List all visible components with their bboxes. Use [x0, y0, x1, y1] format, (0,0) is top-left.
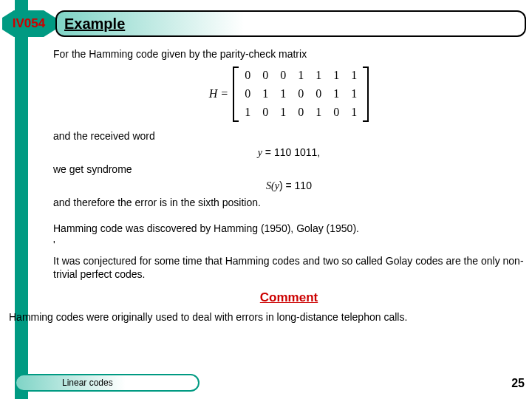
y-equation: y = 110 1011,	[53, 146, 525, 160]
content-area: For the Hamming code given by the parity…	[53, 47, 525, 327]
syndrome-equation: S(y) = 110	[53, 179, 525, 193]
paragraph-quote-mark: '	[53, 238, 525, 251]
slide-badge: IV054	[2, 10, 55, 37]
paragraph-syndrome-intro: we get syndrome	[53, 163, 525, 176]
paragraph-comment-body: Hamming codes were originally used to de…	[9, 310, 525, 324]
footer-label: Linear codes	[62, 378, 113, 388]
table-row: 1010101	[239, 103, 363, 122]
page-number: 25	[511, 377, 525, 390]
comment-heading: Comment	[53, 290, 525, 306]
paragraph-received: and the received word	[53, 129, 525, 143]
matrix-block: H = 0001111 0110011 1010101	[53, 66, 525, 121]
paragraph-error: and therefore the error is in the sixth …	[53, 196, 525, 209]
matrix-label: H =	[209, 86, 228, 102]
left-accent-bar	[15, 0, 28, 399]
page-title: Example	[64, 16, 125, 33]
bracket-right-icon	[363, 66, 369, 121]
paragraph-history: Hamming code was discovered by Hamming (…	[53, 222, 525, 235]
title-box: Example	[55, 10, 526, 37]
bracket-left-icon	[233, 66, 239, 121]
table-row: 0110011	[239, 85, 363, 103]
paragraph-conjecture: It was conjectured for some time that Ha…	[53, 254, 525, 281]
matrix-table: 0001111 0110011 1010101	[239, 66, 363, 121]
footer-pill: Linear codes	[15, 374, 200, 392]
slide-badge-text: IV054	[13, 16, 45, 31]
paragraph-intro: For the Hamming code given by the parity…	[53, 47, 525, 61]
table-row: 0001111	[239, 66, 363, 85]
